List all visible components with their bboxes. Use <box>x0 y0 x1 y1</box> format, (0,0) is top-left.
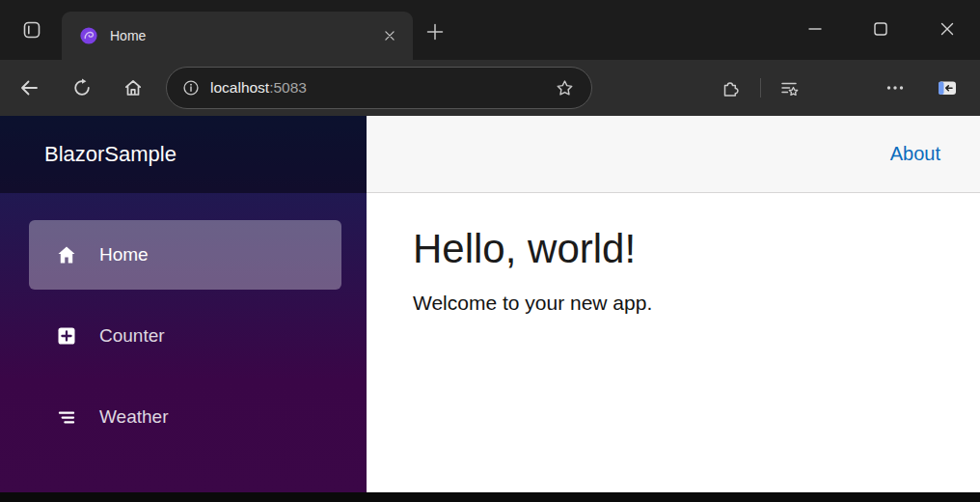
more-menu-button[interactable] <box>874 69 916 107</box>
window-minimize-button[interactable] <box>795 10 835 48</box>
favorite-star-button[interactable] <box>550 73 579 102</box>
plus-icon <box>424 21 446 42</box>
refresh-button[interactable] <box>63 69 101 107</box>
back-arrow-icon <box>18 77 40 98</box>
brand-row: BlazorSample <box>0 116 367 193</box>
minimize-icon <box>804 18 826 40</box>
window-maximize-button[interactable] <box>860 10 901 48</box>
extensions-puzzle-icon <box>721 77 742 98</box>
site-info-icon[interactable] <box>181 78 201 98</box>
sidebar-toggle-icon <box>937 77 958 98</box>
app-brand[interactable]: BlazorSample <box>44 142 177 167</box>
browser-tab[interactable]: Home <box>62 12 413 60</box>
back-button[interactable] <box>10 69 48 107</box>
house-icon <box>55 243 78 266</box>
extensions-button[interactable] <box>710 69 752 107</box>
home-button[interactable] <box>114 69 152 107</box>
home-icon <box>122 77 144 98</box>
star-icon <box>555 78 575 98</box>
sidebar-item-home[interactable]: Home <box>29 220 341 290</box>
tab-close-button[interactable] <box>376 22 403 49</box>
page-viewport: BlazorSample Home <box>0 116 980 492</box>
about-link[interactable]: About <box>890 143 940 165</box>
sidebar-nav: Home Counter <box>0 193 367 452</box>
welcome-text: Welcome to your new app. <box>413 292 934 315</box>
sidebar-toggle-button[interactable] <box>926 69 968 107</box>
new-tab-button[interactable] <box>419 17 451 46</box>
close-icon <box>937 18 958 40</box>
maximize-icon <box>870 18 891 40</box>
toolbar-separator <box>760 78 761 98</box>
url-host: localhost <box>210 79 269 96</box>
blazor-favicon-icon <box>79 26 98 45</box>
app-sidebar: BlazorSample Home <box>0 116 367 492</box>
main-area: About Hello, world! Welcome to your new … <box>367 116 980 492</box>
page-title: Hello, world! <box>413 226 934 272</box>
url-port: :5083 <box>269 79 307 96</box>
main-top-row: About <box>367 116 980 193</box>
window-bottom-edge <box>0 492 980 502</box>
tab-title: Home <box>110 28 376 43</box>
url-text: localhost:5083 <box>210 79 550 97</box>
sidebar-item-weather[interactable]: Weather <box>29 382 341 452</box>
favorites-hub-button[interactable] <box>768 69 810 107</box>
window-close-button[interactable] <box>927 10 967 48</box>
main-content: Hello, world! Welcome to your new app. <box>367 193 980 348</box>
browser-toolbar: localhost:5083 <box>0 60 980 116</box>
address-bar[interactable]: localhost:5083 <box>166 67 592 109</box>
sidebar-item-label: Counter <box>99 325 165 347</box>
sidebar-item-label: Home <box>99 244 149 265</box>
favorites-hub-icon <box>778 77 800 98</box>
close-icon <box>381 27 398 44</box>
ellipsis-icon <box>885 77 906 98</box>
tab-actions-icon <box>21 19 42 41</box>
sidebar-item-label: Weather <box>99 406 168 428</box>
plus-square-icon <box>55 324 78 348</box>
tab-actions-menu-button[interactable] <box>14 13 50 47</box>
sidebar-item-counter[interactable]: Counter <box>29 301 341 371</box>
titlebar: Home <box>0 0 980 60</box>
browser-window: Home <box>0 0 980 502</box>
list-icon <box>55 405 78 429</box>
refresh-icon <box>71 77 93 98</box>
